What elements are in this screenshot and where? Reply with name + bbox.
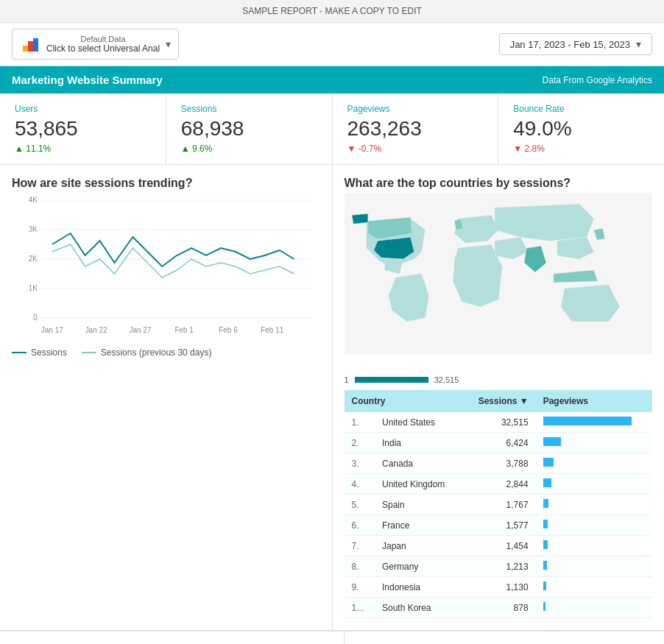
rank-cell: 2. [345, 433, 375, 453]
country-cell: South Korea [375, 598, 462, 618]
pageviews-bar [543, 499, 548, 508]
sessions-cell: 32,515 [462, 412, 535, 433]
sessions-cell: 1,213 [462, 556, 535, 577]
rank-cell: 3. [345, 453, 375, 474]
sessions-cell: 3,788 [462, 453, 535, 474]
toolbar: Default Data Click to select Universal A… [0, 23, 664, 66]
map-bar-label: 1 [345, 375, 349, 384]
date-range-label: Jan 17, 2023 - Feb 15, 2023 [510, 39, 630, 50]
svg-text:Jan 27: Jan 27 [129, 326, 151, 334]
pageviews-bar [543, 417, 632, 425]
svg-text:3K: 3K [29, 225, 38, 233]
legend-sessions-prev: Sessions (previous 30 days) [82, 347, 212, 358]
legend-sessions-label: Sessions [31, 347, 67, 358]
country-cell: Indonesia [375, 577, 462, 598]
countries-panel: What are the top countries by sessions? [333, 165, 665, 630]
pageviews-bar-cell [536, 556, 652, 577]
table-row: 1... South Korea 878 [345, 598, 653, 618]
metric-bounce-rate: Bounce Rate 49.0% 2.8% [498, 93, 664, 164]
metric-users: Users 53,865 11.1% [0, 93, 166, 164]
data-source-button[interactable]: Default Data Click to select Universal A… [12, 29, 179, 60]
metric-users-change: 11.1% [15, 144, 151, 154]
sessions-cell: 1,577 [462, 515, 535, 536]
report-header: Marketing Website Summary Data From Goog… [0, 66, 664, 93]
sessions-line-chart: 4K 3K 2K 1K 0 Jan 17 Jan 22 Jan 27 Feb 1… [12, 193, 320, 340]
col-sessions[interactable]: Sessions ▼ [462, 390, 535, 412]
table-row: 8. Germany 1,213 [345, 556, 653, 577]
metric-pageviews-change: -0.7% [347, 144, 484, 154]
rank-cell: 7. [345, 536, 375, 556]
pageviews-bar [543, 581, 546, 590]
map-bar-row: 1 32,515 [345, 375, 653, 384]
legend-sessions-line [12, 352, 27, 353]
table-row: 5. Spain 1,767 [345, 495, 653, 515]
rank-cell: 5. [345, 495, 375, 515]
sessions-legend: Sessions Sessions (previous 30 days) [12, 347, 320, 358]
pageviews-bar [543, 478, 551, 487]
main-content-row: How are site sessions trending? 4K 3K 2K… [0, 165, 664, 630]
col-country: Country [345, 390, 463, 412]
pageviews-bar [543, 561, 547, 570]
table-row: 3. Canada 3,788 [345, 453, 653, 474]
metric-bounce-label: Bounce Rate [513, 104, 649, 114]
country-table: Country Sessions ▼ Pageviews 1. United S… [345, 390, 653, 618]
metrics-row: Users 53,865 11.1% Sessions 68,938 9.6% … [0, 93, 664, 165]
empty-right-panel [345, 631, 665, 644]
metric-bounce-value: 49.0% [513, 117, 649, 141]
pageviews-bar-cell [536, 515, 652, 536]
metric-pageviews: Pageviews 263,263 -0.7% [333, 93, 499, 164]
sessions-cell: 1,454 [462, 536, 535, 556]
date-range-arrow: ▾ [636, 38, 641, 50]
rank-cell: 8. [345, 556, 375, 577]
sessions-cell: 6,424 [462, 433, 535, 453]
pageviews-bar [543, 437, 561, 446]
pageviews-bar [543, 458, 554, 467]
svg-text:Jan 17: Jan 17 [41, 326, 63, 334]
metric-users-label: Users [15, 104, 151, 114]
sessions-chart-title: How are site sessions trending? [12, 177, 320, 190]
date-range-button[interactable]: Jan 17, 2023 - Feb 15, 2023 ▾ [499, 33, 652, 55]
sessions-cell: 2,844 [462, 474, 535, 495]
svg-text:0: 0 [33, 314, 38, 322]
data-source-icon [20, 34, 40, 54]
metric-sessions: Sessions 68,938 9.6% [166, 93, 333, 164]
svg-text:1K: 1K [29, 284, 38, 292]
pageviews-bar-cell [536, 453, 652, 474]
country-cell: United Kingdom [375, 474, 462, 495]
rank-cell: 4. [345, 474, 375, 495]
pageviews-bar [543, 540, 548, 549]
table-row: 4. United Kingdom 2,844 [345, 474, 653, 495]
country-cell: Canada [375, 453, 462, 474]
svg-text:Feb 6: Feb 6 [219, 326, 238, 334]
rank-cell: 9. [345, 577, 375, 598]
metric-users-value: 53,865 [15, 117, 151, 141]
svg-text:2K: 2K [29, 255, 38, 263]
table-row: 6. France 1,577 [345, 515, 653, 536]
rank-cell: 1. [345, 412, 375, 433]
data-source-arrow: ▾ [166, 38, 171, 50]
table-row: 7. Japan 1,454 [345, 536, 653, 556]
data-source-text: Default Data Click to select Universal A… [46, 35, 160, 54]
pageviews-bar-cell [536, 412, 652, 433]
pageviews-bar-cell [536, 536, 652, 556]
sessions-cell: 1,130 [462, 577, 535, 598]
data-source-subtitle: Click to select Universal Anal [46, 43, 160, 54]
svg-text:Feb 11: Feb 11 [261, 326, 283, 334]
country-cell: France [375, 515, 462, 536]
legend-sessions: Sessions [12, 347, 67, 358]
pageviews-bar [543, 602, 545, 611]
top-bar: SAMPLE REPORT - MAKE A COPY TO EDIT [0, 0, 664, 23]
pageviews-bar-cell [536, 433, 652, 453]
map-bar [355, 377, 428, 383]
country-cell: Japan [375, 536, 462, 556]
sessions-panel: How are site sessions trending? 4K 3K 2K… [0, 165, 333, 630]
top-bar-label: SAMPLE REPORT - MAKE A COPY TO EDIT [242, 6, 422, 16]
table-row: 1. United States 32,515 [345, 412, 653, 433]
svg-text:Jan 22: Jan 22 [85, 326, 107, 334]
svg-rect-0 [23, 46, 28, 52]
metric-sessions-change: 9.6% [181, 144, 317, 154]
report-subtitle: Data From Google Analytics [543, 75, 652, 85]
metric-sessions-value: 68,938 [181, 117, 317, 141]
pageviews-bar [543, 520, 548, 528]
metric-sessions-label: Sessions [181, 104, 317, 114]
